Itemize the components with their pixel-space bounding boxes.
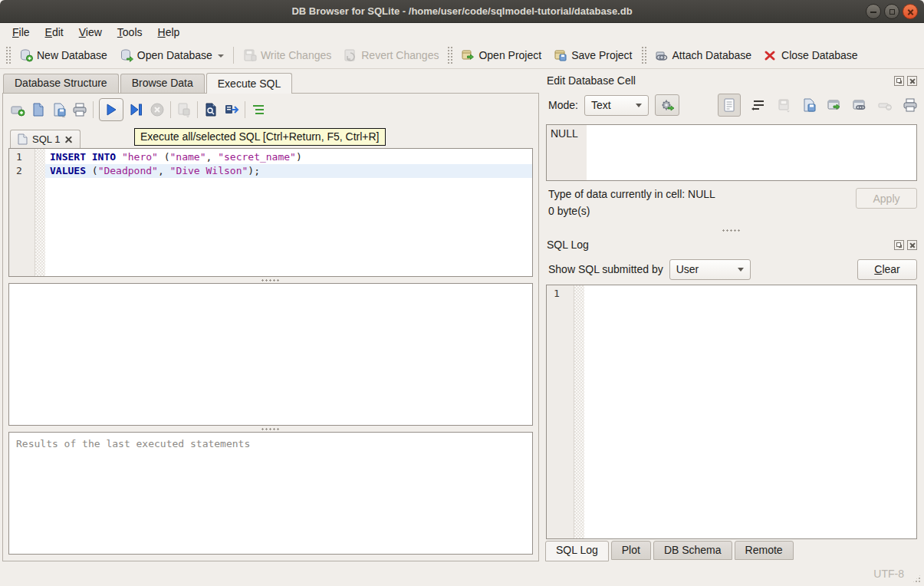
open-in-external-icon[interactable] xyxy=(827,97,842,113)
export-data-icon[interactable] xyxy=(801,97,817,113)
new-database-icon xyxy=(19,48,33,62)
sql-doc-tab-label: SQL 1 xyxy=(32,133,60,145)
menu-edit[interactable]: Edit xyxy=(38,25,71,40)
execute-sql-button[interactable] xyxy=(99,98,123,121)
close-database-icon xyxy=(764,48,778,62)
resize-grip[interactable] xyxy=(912,574,922,584)
folding-margin xyxy=(35,149,45,276)
open-database-dropdown-icon[interactable] xyxy=(218,54,224,58)
mode-label: Mode: xyxy=(548,99,578,111)
clear-log-label: Clear xyxy=(874,263,899,275)
open-database-button[interactable]: Open Database xyxy=(113,45,230,65)
app-window: DB Browser for SQLite - /home/user/code/… xyxy=(0,0,924,586)
open-project-icon xyxy=(461,48,475,62)
close-dock-icon[interactable] xyxy=(907,76,917,86)
window-controls xyxy=(866,4,918,19)
attach-database-button[interactable]: Attach Database xyxy=(649,45,758,65)
cell-value-editor[interactable]: NULL xyxy=(546,124,917,181)
toolbar-grip xyxy=(447,46,452,64)
title-bar: DB Browser for SQLite - /home/user/code/… xyxy=(0,0,924,23)
chevron-down-icon xyxy=(636,104,642,107)
mode-combobox[interactable]: Text xyxy=(584,95,649,116)
menu-file[interactable]: File xyxy=(5,25,38,40)
new-sql-tab-icon[interactable] xyxy=(10,102,25,117)
menu-view[interactable]: View xyxy=(71,25,110,40)
open-url-icon[interactable] xyxy=(852,97,867,113)
apply-button: Apply xyxy=(856,188,917,209)
tab-execute-sql[interactable]: Execute SQL xyxy=(206,73,293,94)
float-dock-icon[interactable] xyxy=(894,76,904,86)
splitter-handle[interactable] xyxy=(8,277,533,283)
new-database-button[interactable]: New Database xyxy=(13,45,113,65)
format-sql-icon[interactable] xyxy=(251,102,266,117)
line-number-gutter: 1 2 xyxy=(9,149,35,276)
tab-sql-log[interactable]: SQL Log xyxy=(545,541,609,561)
right-pane: Edit Database Cell Mode: Text xyxy=(541,69,924,561)
close-dock-icon[interactable] xyxy=(907,240,917,250)
cell-editor-icons xyxy=(718,94,918,117)
window-title: DB Browser for SQLite - /home/user/code/… xyxy=(0,5,924,17)
open-sql-file-icon[interactable] xyxy=(31,102,46,117)
clear-log-button[interactable]: Clear xyxy=(857,259,917,280)
close-sql-tab-icon[interactable] xyxy=(64,135,73,143)
menu-tools[interactable]: Tools xyxy=(110,25,150,40)
sql-code-editor[interactable]: 1 2 INSERT INTO "hero" ("name", "secret_… xyxy=(8,148,533,277)
gear-icon xyxy=(660,98,674,112)
sql-doc-tab[interactable]: SQL 1 xyxy=(10,130,81,148)
sql-toolbar-separator xyxy=(197,101,198,118)
maximize-icon[interactable] xyxy=(884,4,899,19)
auto-mode-button[interactable] xyxy=(655,94,679,116)
minimize-icon[interactable] xyxy=(866,4,881,19)
print-sql-icon[interactable] xyxy=(72,102,87,117)
cell-type-row: Type of data currently in cell: NULL 0 b… xyxy=(545,181,918,226)
set-null-icon xyxy=(877,97,893,113)
log-line-number-gutter: 1 xyxy=(547,285,574,538)
left-pane: Database Structure Browse Data Execute S… xyxy=(0,69,541,561)
execute-sql-panel: SQL 1 1 2 INSERT INTO "hero" ("name", "s… xyxy=(2,93,539,561)
menu-help[interactable]: Help xyxy=(150,25,188,40)
close-icon[interactable] xyxy=(903,4,918,19)
sql-toolbar-separator xyxy=(170,101,171,118)
write-changes-icon xyxy=(243,48,257,62)
text-mode-toggle[interactable] xyxy=(718,94,741,117)
close-database-button[interactable]: Close Database xyxy=(758,45,864,65)
write-changes-button: Write Changes xyxy=(237,45,337,65)
cell-size-info: 0 byte(s) xyxy=(548,205,715,217)
printable-view-icon[interactable] xyxy=(224,102,239,117)
open-database-label: Open Database xyxy=(137,49,212,61)
word-wrap-icon[interactable] xyxy=(751,97,766,113)
sql-log-dock-header: SQL Log xyxy=(545,235,918,253)
execute-current-line-icon[interactable] xyxy=(129,102,144,117)
sql-log-view: 1 xyxy=(546,285,917,539)
tab-db-schema[interactable]: DB Schema xyxy=(653,541,732,560)
tab-remote[interactable]: Remote xyxy=(735,541,794,560)
revert-changes-icon xyxy=(344,48,357,62)
tab-browse-data[interactable]: Browse Data xyxy=(120,74,205,93)
tab-database-structure[interactable]: Database Structure xyxy=(3,74,119,93)
open-project-label: Open Project xyxy=(478,49,541,61)
execute-sql-icon xyxy=(106,104,117,116)
toolbar-grip xyxy=(5,46,11,64)
find-replace-icon[interactable] xyxy=(203,102,219,117)
save-sql-file-icon[interactable] xyxy=(51,102,67,117)
main-tab-bar: Database Structure Browse Data Execute S… xyxy=(2,72,539,93)
results-message-pane: Results of the last executed statements xyxy=(8,432,533,555)
cell-type-info: Type of data currently in cell: NULL xyxy=(548,188,715,200)
code-area[interactable]: INSERT INTO "hero" ("name", "secret_name… xyxy=(45,149,532,276)
save-project-button[interactable]: Save Project xyxy=(547,45,638,65)
log-filter-combobox[interactable]: User xyxy=(669,259,751,280)
sql-toolbar-separator xyxy=(245,101,245,118)
line-number: 1 xyxy=(16,150,35,164)
open-project-button[interactable]: Open Project xyxy=(455,45,547,65)
print-cell-icon[interactable] xyxy=(903,97,918,113)
edit-cell-dock-header: Edit Database Cell xyxy=(545,71,918,89)
float-dock-icon[interactable] xyxy=(894,240,904,250)
sql-log-title: SQL Log xyxy=(547,239,589,251)
tab-plot[interactable]: Plot xyxy=(611,541,651,560)
code-line-2: VALUES ("Deadpond", "Dive Wilson"); xyxy=(45,164,532,178)
splitter-handle[interactable] xyxy=(545,226,918,235)
status-bar: UTF-8 xyxy=(0,561,924,586)
sql-toolbar xyxy=(8,94,533,124)
splitter-handle[interactable] xyxy=(8,426,533,432)
save-project-label: Save Project xyxy=(571,49,632,61)
